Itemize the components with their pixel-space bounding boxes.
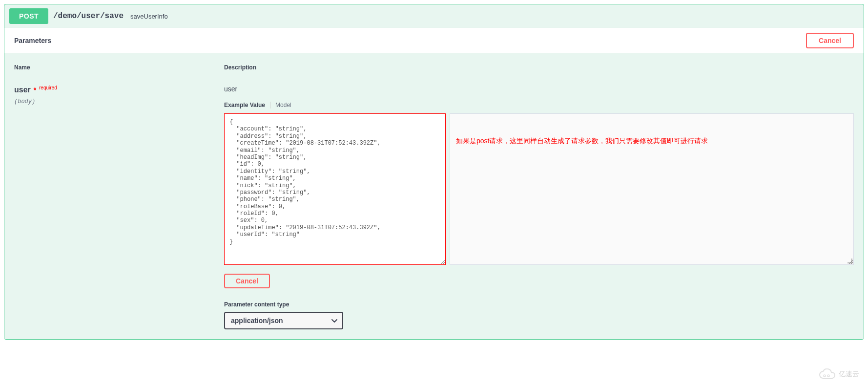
required-star: * (34, 86, 36, 94)
body-tabs: Example Value Model (224, 102, 854, 108)
content-type-select-wrap: application/json (224, 312, 343, 329)
param-name-cell: user * required (body) (14, 85, 224, 329)
api-summary: saveUserInfo (130, 13, 168, 20)
operation-block: POST /demo/user/save saveUserInfo Parame… (4, 4, 864, 340)
param-description-cell: user Example Value Model 如果是post请求，这里同样自… (224, 85, 854, 329)
api-path: /demo/user/save (53, 12, 124, 21)
param-location: (body) (14, 98, 224, 105)
table-row: user * required (body) user Example Valu… (14, 76, 854, 329)
operation-header[interactable]: POST /demo/user/save saveUserInfo (4, 4, 864, 28)
resize-handle-icon[interactable] (847, 258, 852, 263)
annotation-text: 如果是post请求，这里同样自动生成了请求参数，我们只需要修改其值即可进行请求 (456, 135, 847, 146)
parameters-table: Name Description user * required (body) … (14, 58, 854, 329)
parameters-header: Parameters Cancel (4, 28, 864, 53)
column-header-name: Name (14, 64, 224, 71)
request-body-editor[interactable] (224, 113, 446, 265)
tab-example-value[interactable]: Example Value (224, 102, 270, 108)
body-cancel-row: Cancel (224, 274, 854, 288)
cancel-button[interactable]: Cancel (806, 33, 854, 48)
content-type-label: Parameter content type (224, 301, 854, 308)
body-cancel-button[interactable]: Cancel (224, 274, 270, 288)
parameters-title: Parameters (14, 37, 51, 44)
parameters-body: Name Description user * required (body) … (4, 53, 864, 339)
content-type-section: Parameter content type application/json (224, 301, 854, 329)
param-name: user (14, 86, 31, 94)
content-type-select[interactable]: application/json (224, 312, 343, 329)
annotation-box[interactable]: 如果是post请求，这里同样自动生成了请求参数，我们只需要修改其值即可进行请求 (450, 113, 854, 265)
http-method-badge: POST (9, 8, 48, 24)
param-description-text: user (224, 85, 854, 93)
required-label: required (39, 85, 57, 90)
column-header-description: Description (224, 64, 854, 71)
table-header-row: Name Description (14, 58, 854, 76)
body-area: 如果是post请求，这里同样自动生成了请求参数，我们只需要修改其值即可进行请求 (224, 113, 854, 265)
parameters-section: Parameters Cancel (4, 28, 864, 53)
tab-model[interactable]: Model (270, 102, 291, 108)
